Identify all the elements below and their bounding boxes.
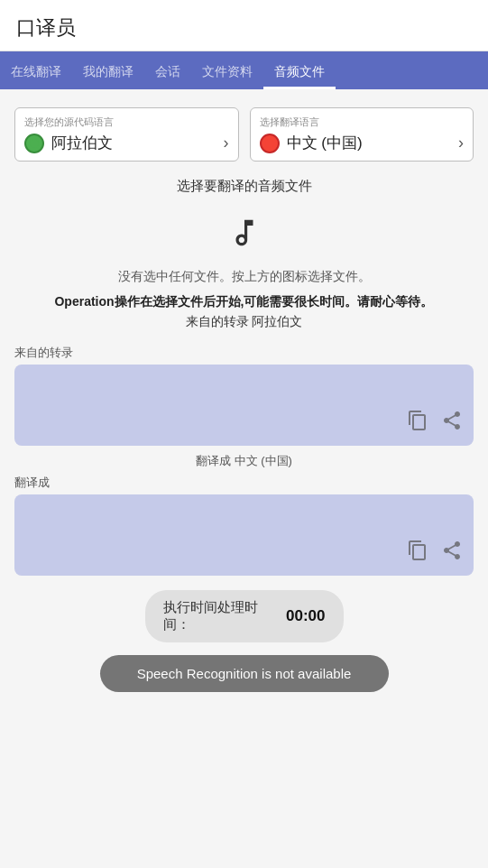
target-lang-value: 中文 (中国) › [260,133,465,153]
file-section-title: 选择要翻译的音频文件 [14,178,474,195]
chinese-flag-icon [260,134,280,153]
file-picker-button[interactable] [219,208,270,258]
timer-value: 00:00 [286,607,325,625]
target-lang-label: 选择翻译语言 [260,115,465,129]
translation-copy-button[interactable] [407,540,428,567]
share-icon [441,410,463,431]
target-lang-selector[interactable]: 选择翻译语言 中文 (中国) › [250,107,474,162]
tab-audio-file[interactable]: 音频文件 [263,51,336,89]
tab-conversation[interactable]: 会话 [144,51,191,89]
tab-file-docs[interactable]: 文件资料 [191,51,263,89]
arabic-flag-icon [24,134,44,153]
speech-recognition-text: Speech Recognition is not available [137,666,352,681]
target-lang-text: 中文 (中国) [287,133,363,153]
no-file-text: 没有选中任何文件。按上方的图标选择文件。 [14,269,474,285]
translate-to-label: 翻译成 中文 (中国) [14,453,474,469]
translation-actions [407,540,463,567]
lang-row: 选择您的源代码语言 阿拉伯文 › 选择翻译语言 [14,107,474,162]
tab-my-translate[interactable]: 我的翻译 [72,51,144,89]
app-title: 口译员 [16,16,76,39]
translation-share-button[interactable] [441,540,463,567]
svg-point-0 [30,139,39,148]
translation-box [14,494,474,576]
source-lang-selector[interactable]: 选择您的源代码语言 阿拉伯文 › [14,107,239,162]
source-lang-chevron-icon: › [224,134,229,152]
main-content: 选择您的源代码语言 阿拉伯文 › 选择翻译语言 [0,89,488,710]
source-lang-label: 选择您的源代码语言 [24,115,229,129]
header: 口译员 [0,0,488,51]
share-icon-2 [441,540,463,561]
transcript-section: 来自的转录 [14,345,474,446]
nav-tabs: 在线翻译 我的翻译 会话 文件资料 音频文件 [0,51,488,89]
transcript-box [14,365,474,446]
svg-point-1 [265,139,274,148]
audio-file-icon [227,216,262,250]
transcript-copy-button[interactable] [407,410,428,437]
operation-note: Operation操作在选择文件后开始,可能需要很长时间。请耐心等待。 [14,294,474,310]
copy-icon-2 [407,540,428,561]
timer-label: 执行时间处理时间： [163,599,281,633]
translation-section: 翻译成 [14,475,474,576]
from-arabic-label: 来自的转录 阿拉伯文 [14,314,474,330]
transcript-share-button[interactable] [441,410,463,437]
target-lang-chevron-icon: › [458,134,464,152]
copy-icon [407,410,428,431]
file-section: 选择要翻译的音频文件 没有选中任何文件。按上方的图标选择文件。 Operatio… [14,178,474,330]
transcript-label: 来自的转录 [14,345,474,361]
timer-bar: 执行时间处理时间： 00:00 [145,590,344,642]
source-lang-text: 阿拉伯文 [51,133,113,153]
transcript-actions [407,410,463,437]
translation-label: 翻译成 [14,475,474,491]
speech-recognition-badge: Speech Recognition is not available [100,655,389,692]
source-lang-value: 阿拉伯文 › [24,133,229,153]
tab-online-translate[interactable]: 在线翻译 [0,51,72,89]
